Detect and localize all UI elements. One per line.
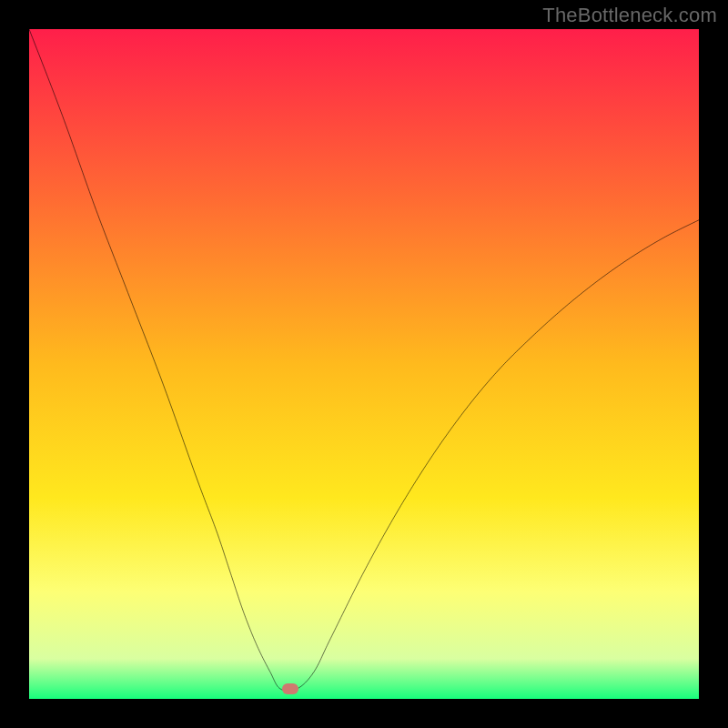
optimal-point-marker — [282, 683, 298, 694]
watermark-text: TheBottleneck.com — [542, 4, 717, 27]
bottleneck-curve — [29, 29, 699, 699]
chart-frame: TheBottleneck.com — [0, 0, 728, 728]
plot-area — [29, 29, 699, 699]
